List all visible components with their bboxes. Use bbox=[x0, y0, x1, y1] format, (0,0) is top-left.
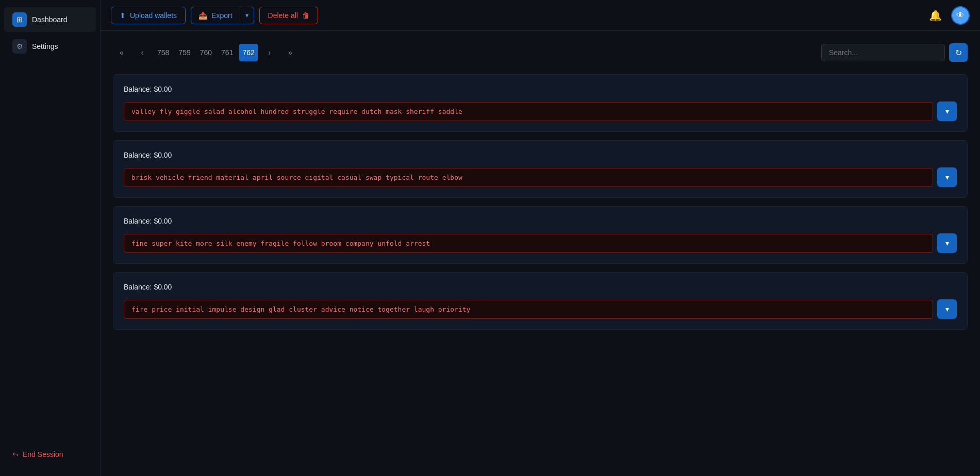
wallet-card-1: Balance: $0.00 valley fly giggle salad a… bbox=[113, 74, 968, 132]
main-content: ⬆ Upload wallets 📤 Export ▾ Delete all 🗑… bbox=[101, 0, 980, 476]
settings-icon: ⚙ bbox=[12, 39, 27, 54]
end-session-label: End Session bbox=[23, 450, 63, 458]
wallet-2-phrase-row: brisk vehicle friend material april sour… bbox=[124, 167, 957, 187]
sidebar-bottom: ↪ End Session bbox=[0, 439, 100, 470]
page-first-button[interactable]: « bbox=[113, 44, 130, 61]
wallet-4-balance: Balance: $0.00 bbox=[124, 283, 957, 291]
export-button[interactable]: 📤 Export bbox=[191, 7, 239, 24]
upload-wallets-label: Upload wallets bbox=[130, 11, 177, 20]
upload-wallets-button[interactable]: ⬆ Upload wallets bbox=[111, 7, 186, 24]
wallet-3-expand-button[interactable]: ▾ bbox=[937, 233, 957, 253]
wallet-3-balance: Balance: $0.00 bbox=[124, 217, 957, 225]
topbar-right: 🔔 👁 bbox=[927, 6, 970, 25]
sidebar-label-dashboard: Dashboard bbox=[32, 15, 68, 24]
dashboard-icon: ⊞ bbox=[12, 12, 27, 27]
delete-all-button[interactable]: Delete all 🗑 bbox=[259, 7, 318, 24]
search-refresh-button[interactable]: ↻ bbox=[949, 43, 968, 62]
export-label: Export bbox=[211, 11, 232, 20]
page-prev-button[interactable]: ‹ bbox=[134, 44, 151, 61]
page-758-button[interactable]: 758 bbox=[154, 44, 172, 61]
wallet-4-phrase: fire price initial impulse design glad c… bbox=[124, 300, 933, 319]
page-next-button[interactable]: › bbox=[261, 44, 278, 61]
wallet-card-4: Balance: $0.00 fire price initial impuls… bbox=[113, 272, 968, 330]
page-761-button[interactable]: 761 bbox=[218, 44, 236, 61]
wallet-1-expand-button[interactable]: ▾ bbox=[937, 101, 957, 121]
export-icon: 📤 bbox=[198, 11, 207, 20]
export-button-wrapper: 📤 Export ▾ bbox=[191, 7, 254, 24]
search-area: ↻ bbox=[821, 43, 968, 62]
wallet-4-phrase-row: fire price initial impulse design glad c… bbox=[124, 299, 957, 319]
page-last-button[interactable]: » bbox=[281, 44, 299, 61]
wallet-3-phrase: fine super kite more silk enemy fragile … bbox=[124, 234, 933, 253]
sidebar: ⊞ Dashboard ⚙ Settings ↪ End Session bbox=[0, 0, 101, 476]
wallet-2-balance: Balance: $0.00 bbox=[124, 151, 957, 159]
wallet-2-expand-button[interactable]: ▾ bbox=[937, 167, 957, 187]
chevron-down-icon: ▾ bbox=[945, 239, 949, 247]
export-dropdown-button[interactable]: ▾ bbox=[240, 7, 254, 24]
wallet-4-expand-button[interactable]: ▾ bbox=[937, 299, 957, 319]
sidebar-item-settings[interactable]: ⚙ Settings bbox=[4, 34, 96, 59]
trash-icon: 🗑 bbox=[302, 11, 309, 20]
search-input[interactable] bbox=[821, 44, 945, 61]
page-760-button[interactable]: 760 bbox=[197, 44, 215, 61]
chevron-down-icon: ▾ bbox=[945, 107, 949, 115]
chevron-down-icon: ▾ bbox=[945, 173, 949, 181]
refresh-icon: ↻ bbox=[955, 48, 962, 58]
logout-icon: ↪ bbox=[12, 450, 19, 458]
wallet-1-phrase: valley fly giggle salad alcohol hundred … bbox=[124, 102, 933, 121]
pagination-bar: « ‹ 758 759 760 761 762 › » ↻ bbox=[113, 43, 968, 62]
sidebar-label-settings: Settings bbox=[32, 42, 58, 50]
upload-icon: ⬆ bbox=[120, 11, 126, 20]
notification-button[interactable]: 🔔 bbox=[927, 7, 944, 24]
wallet-1-phrase-row: valley fly giggle salad alcohol hundred … bbox=[124, 101, 957, 121]
topbar: ⬆ Upload wallets 📤 Export ▾ Delete all 🗑… bbox=[101, 0, 980, 31]
topbar-actions: ⬆ Upload wallets 📤 Export ▾ Delete all 🗑 bbox=[111, 7, 922, 24]
wallet-card-2: Balance: $0.00 brisk vehicle friend mate… bbox=[113, 140, 968, 198]
wallet-1-balance: Balance: $0.00 bbox=[124, 85, 957, 93]
sidebar-item-dashboard[interactable]: ⊞ Dashboard bbox=[4, 7, 96, 32]
wallet-3-phrase-row: fine super kite more silk enemy fragile … bbox=[124, 233, 957, 253]
page-759-button[interactable]: 759 bbox=[175, 44, 193, 61]
wallet-2-phrase: brisk vehicle friend material april sour… bbox=[124, 168, 933, 187]
avatar[interactable]: 👁 bbox=[951, 6, 970, 25]
wallet-card-3: Balance: $0.00 fine super kite more silk… bbox=[113, 206, 968, 264]
chevron-down-icon: ▾ bbox=[245, 12, 248, 19]
bell-icon: 🔔 bbox=[929, 10, 942, 21]
avatar-icon: 👁 bbox=[956, 11, 965, 20]
end-session-button[interactable]: ↪ End Session bbox=[4, 445, 96, 464]
chevron-down-icon: ▾ bbox=[945, 305, 949, 313]
delete-label: Delete all bbox=[268, 11, 298, 20]
content-area: « ‹ 758 759 760 761 762 › » ↻ Balance: $… bbox=[101, 31, 980, 476]
page-762-button[interactable]: 762 bbox=[239, 44, 257, 61]
